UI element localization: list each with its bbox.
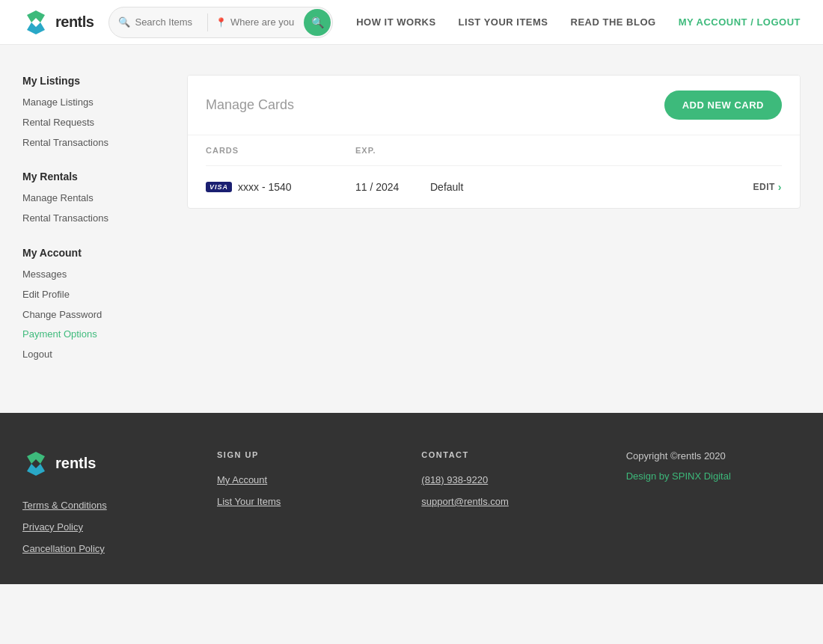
search-bar: 🔍 📍 🔍 [108,7,333,38]
main-container: My Listings Manage Listings Rental Reque… [0,45,823,413]
svg-marker-0 [27,10,45,22]
search-input[interactable] [135,16,198,28]
footer-terms-link[interactable]: Terms & Conditions [22,500,187,511]
chevron-right-icon: › [778,181,782,193]
sidebar-group-account-title: My Account [22,247,157,259]
nav-how-it-works[interactable]: HOW IT WORKS [356,16,435,28]
logo[interactable]: rentls [22,9,94,36]
footer-signup-links: My Account List Your Items [217,474,391,507]
sidebar-item-logout[interactable]: Logout [22,345,157,365]
edit-link[interactable]: EDIT › [722,181,782,193]
sidebar-item-rental-requests[interactable]: Rental Requests [22,113,157,133]
footer-logo-col: rentls Terms & Conditions Privacy Policy… [22,450,187,554]
sidebar-item-messages[interactable]: Messages [22,265,157,285]
sidebar-item-rental-transactions-rentals[interactable]: Rental Transactions [22,209,157,229]
sidebar-group-listings-title: My Listings [22,75,157,87]
nav-my-account[interactable]: MY ACCOUNT / LOGOUT [679,16,801,28]
sidebar-group-account: My Account Messages Edit Profile Change … [22,247,157,365]
svg-marker-1 [27,22,45,34]
search-input-wrap: 🔍 [109,16,207,28]
svg-marker-3 [27,464,45,476]
logo-icon [22,9,49,36]
location-wrap: 📍 [208,16,303,28]
footer: rentls Terms & Conditions Privacy Policy… [0,413,823,584]
footer-cancellation-link[interactable]: Cancellation Policy [22,543,187,554]
card-expiry: 11 / 2024 [355,181,430,193]
footer-contact-title: CONTACT [421,450,596,459]
col-exp-label: EXP. [355,146,430,155]
footer-my-account-link[interactable]: My Account [217,474,391,485]
card-info: VISA xxxx - 1540 [206,181,355,193]
visa-badge: VISA [206,182,232,192]
col-cards-label: CARDS [206,146,355,155]
panel-title: Manage Cards [206,97,294,113]
footer-copyright-col: Copyright ©rentls 2020 Design by SPINX D… [626,450,801,554]
footer-bottom-links: Terms & Conditions Privacy Policy Cancel… [22,500,187,554]
search-btn-icon: 🔍 [311,16,324,28]
sidebar-group-rentals-title: My Rentals [22,171,157,183]
footer-signup-title: SIGN UP [217,450,391,459]
edit-label: EDIT [753,182,774,192]
sidebar-group-rentals: My Rentals Manage Rentals Rental Transac… [22,171,157,229]
sidebar: My Listings Manage Listings Rental Reque… [22,75,157,383]
sidebar-item-manage-rentals[interactable]: Manage Rentals [22,188,157,209]
sidebar-group-listings: My Listings Manage Listings Rental Reque… [22,75,157,153]
card-status: Default [430,181,722,193]
nav-read-blog[interactable]: READ THE BLOG [571,16,656,28]
footer-list-items-link[interactable]: List Your Items [217,496,391,507]
card-number: xxxx - 1540 [238,181,292,193]
footer-inner: rentls Terms & Conditions Privacy Policy… [0,450,823,554]
logo-text: rentls [55,13,94,31]
manage-cards-panel: Manage Cards ADD NEW CARD CARDS EXP. VIS… [187,75,801,209]
sidebar-item-payment-options[interactable]: Payment Options [22,325,157,345]
panel-header: Manage Cards ADD NEW CARD [188,76,800,135]
table-row: VISA xxxx - 1540 11 / 2024 Default EDIT … [206,166,782,208]
location-icon: 📍 [215,17,227,28]
header: rentls 🔍 📍 🔍 HOW IT WORKS LIST YOUR ITEM… [0,0,823,45]
footer-privacy-link[interactable]: Privacy Policy [22,521,187,533]
header-nav: HOW IT WORKS LIST YOUR ITEMS READ THE BL… [356,16,801,28]
cards-table: CARDS EXP. VISA xxxx - 1540 11 / 2024 De… [188,135,800,208]
footer-design: Design by SPINX Digital [626,470,801,482]
nav-list-items[interactable]: LIST YOUR ITEMS [459,16,548,28]
card-action: EDIT › [722,181,782,193]
content: Manage Cards ADD NEW CARD CARDS EXP. VIS… [187,75,801,383]
footer-phone-link[interactable]: (818) 938-9220 [421,474,596,485]
sidebar-item-rental-transactions-listings[interactable]: Rental Transactions [22,133,157,153]
sidebar-item-change-password[interactable]: Change Password [22,305,157,325]
footer-logo-text: rentls [55,455,96,472]
footer-logo-icon [22,450,49,477]
add-new-card-button[interactable]: ADD NEW CARD [664,91,782,120]
location-input[interactable] [230,16,296,28]
footer-contact-col: CONTACT (818) 938-9220 support@rentls.co… [421,450,596,554]
footer-email-link[interactable]: support@rentls.com [421,496,596,507]
sidebar-item-edit-profile[interactable]: Edit Profile [22,285,157,305]
search-icon: 🔍 [118,16,130,28]
search-button[interactable]: 🔍 [304,9,331,36]
sidebar-item-manage-listings[interactable]: Manage Listings [22,93,157,113]
footer-logo: rentls [22,450,187,477]
svg-marker-2 [27,452,45,464]
footer-signup-col: SIGN UP My Account List Your Items [217,450,391,554]
table-header: CARDS EXP. [206,135,782,166]
footer-copyright: Copyright ©rentls 2020 [626,450,801,461]
footer-contact-links: (818) 938-9220 support@rentls.com [421,474,596,507]
